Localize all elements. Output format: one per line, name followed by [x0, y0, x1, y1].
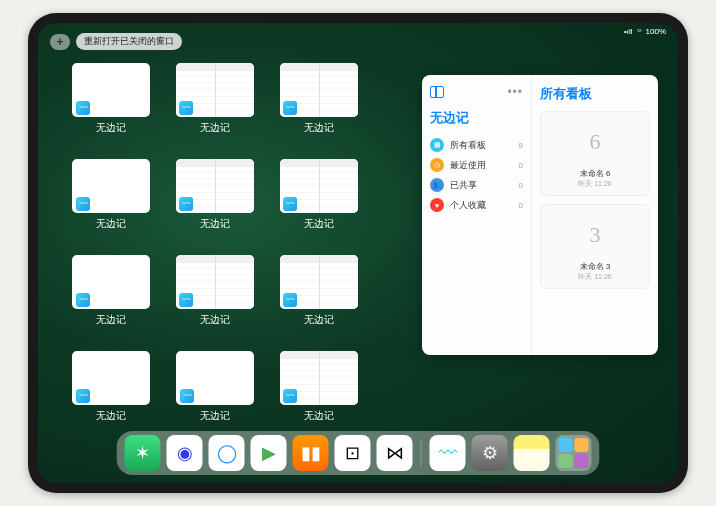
add-window-button[interactable]: + — [50, 34, 70, 50]
dock-app-settings[interactable]: ⚙ — [472, 435, 508, 471]
thumbnail-preview — [176, 255, 254, 309]
dock: ✶◉◯▶▮▮⊡⋈〰⚙ — [117, 431, 600, 475]
freeform-app-icon — [76, 293, 90, 307]
window-thumbnail[interactable]: 无边记 — [64, 159, 158, 231]
thumbnail-preview — [280, 255, 358, 309]
freeform-app-icon — [179, 101, 193, 115]
panel-right: 所有看板 6未命名 6昨天 11:263未命名 3昨天 11:26 — [532, 75, 658, 355]
freeform-app-icon — [76, 197, 90, 211]
window-thumbnail[interactable]: 无边记 — [272, 159, 366, 231]
sidebar-item-count: 0 — [519, 181, 523, 190]
board-name: 未命名 3 — [547, 261, 643, 272]
freeform-app-icon — [76, 101, 90, 115]
window-thumbnail[interactable]: 无边记 — [272, 351, 366, 423]
reopen-closed-window-button[interactable]: 重新打开已关闭的窗口 — [76, 33, 182, 50]
dock-app-connect[interactable]: ⋈ — [377, 435, 413, 471]
heart-icon: ♥ — [430, 198, 444, 212]
sidebar-item-label: 已共享 — [450, 179, 477, 192]
grid-icon: ▦ — [430, 138, 444, 152]
window-thumbnail[interactable]: 无边记 — [168, 351, 262, 423]
window-thumbnail[interactable]: 无边记 — [168, 255, 262, 327]
dock-app-quark[interactable]: ◉ — [167, 435, 203, 471]
thumbnail-label: 无边记 — [96, 217, 126, 231]
board-date: 昨天 11:26 — [547, 272, 643, 282]
window-thumbnail[interactable]: 无边记 — [64, 63, 158, 135]
dock-app-notes[interactable] — [514, 435, 550, 471]
thumbnail-preview — [72, 255, 150, 309]
more-icon[interactable]: ••• — [507, 85, 523, 99]
thumbnail-preview — [176, 63, 254, 117]
sidebar-item-label: 所有看板 — [450, 139, 486, 152]
freeform-app-icon — [179, 197, 193, 211]
freeform-app-icon — [283, 197, 297, 211]
board-card[interactable]: 6未命名 6昨天 11:26 — [540, 111, 650, 196]
dock-app-play[interactable]: ▶ — [251, 435, 287, 471]
thumbnail-label: 无边记 — [304, 409, 334, 423]
sidebar-item-count: 0 — [519, 201, 523, 210]
dock-app-freeform[interactable]: 〰 — [430, 435, 466, 471]
window-thumbnail[interactable]: 无边记 — [168, 63, 262, 135]
freeform-app-icon — [283, 101, 297, 115]
freeform-panel[interactable]: ••• 无边记 ▦所有看板8◷最近使用0👥已共享0♥个人收藏0 所有看板 6未命… — [422, 75, 658, 355]
sidebar-item-grid[interactable]: ▦所有看板8 — [430, 135, 523, 155]
sidebar-item-heart[interactable]: ♥个人收藏0 — [430, 195, 523, 215]
freeform-app-icon — [283, 389, 297, 403]
thumbnail-label: 无边记 — [304, 313, 334, 327]
freeform-app-icon — [179, 293, 193, 307]
thumbnail-preview — [280, 351, 358, 405]
board-preview: 6 — [547, 118, 643, 166]
thumbnail-preview — [176, 159, 254, 213]
thumbnail-label: 无边记 — [200, 409, 230, 423]
windows-grid: 无边记无边记无边记无边记无边记无边记无边记无边记无边记无边记无边记无边记 — [64, 63, 366, 423]
dock-app-wechat[interactable]: ✶ — [125, 435, 161, 471]
dock-separator — [421, 439, 422, 467]
sidebar-toggle-icon[interactable] — [430, 86, 444, 98]
panel-left-title: 无边记 — [430, 109, 523, 127]
window-thumbnail[interactable]: 无边记 — [272, 63, 366, 135]
thumbnail-preview — [280, 159, 358, 213]
sidebar-item-count: 8 — [519, 141, 523, 150]
wifi-icon: ⌔ — [637, 27, 642, 36]
thumbnail-label: 无边记 — [200, 217, 230, 231]
window-thumbnail[interactable]: 无边记 — [64, 255, 158, 327]
panel-left: ••• 无边记 ▦所有看板8◷最近使用0👥已共享0♥个人收藏0 — [422, 75, 532, 355]
sidebar-item-people[interactable]: 👥已共享0 — [430, 175, 523, 195]
top-controls: + 重新打开已关闭的窗口 — [50, 33, 182, 50]
thumbnail-label: 无边记 — [200, 121, 230, 135]
thumbnail-label: 无边记 — [304, 121, 334, 135]
window-thumbnail[interactable]: 无边记 — [168, 159, 262, 231]
sidebar-item-label: 个人收藏 — [450, 199, 486, 212]
window-thumbnail[interactable]: 无边记 — [64, 351, 158, 423]
freeform-app-icon — [180, 389, 194, 403]
window-thumbnail[interactable]: 无边记 — [272, 255, 366, 327]
dock-app-books[interactable]: ▮▮ — [293, 435, 329, 471]
thumbnail-label: 无边记 — [96, 409, 126, 423]
dock-app-dice[interactable]: ⊡ — [335, 435, 371, 471]
ipad-screen: •ıll ⌔ 100% + 重新打开已关闭的窗口 无边记无边记无边记无边记无边记… — [38, 23, 678, 483]
battery-label: 100% — [646, 27, 666, 36]
ipad-frame: •ıll ⌔ 100% + 重新打开已关闭的窗口 无边记无边记无边记无边记无边记… — [28, 13, 688, 493]
board-date: 昨天 11:26 — [547, 179, 643, 189]
freeform-app-icon — [283, 293, 297, 307]
thumbnail-preview — [72, 63, 150, 117]
thumbnail-label: 无边记 — [200, 313, 230, 327]
sidebar-item-label: 最近使用 — [450, 159, 486, 172]
dock-app-qqbrowser[interactable]: ◯ — [209, 435, 245, 471]
thumbnail-label: 无边记 — [304, 217, 334, 231]
sidebar-item-count: 0 — [519, 161, 523, 170]
freeform-app-icon — [76, 389, 90, 403]
sidebar-item-clock[interactable]: ◷最近使用0 — [430, 155, 523, 175]
clock-icon: ◷ — [430, 158, 444, 172]
thumbnail-label: 无边记 — [96, 313, 126, 327]
board-card[interactable]: 3未命名 3昨天 11:26 — [540, 204, 650, 289]
thumbnail-preview — [72, 159, 150, 213]
board-preview: 3 — [547, 211, 643, 259]
thumbnail-preview — [280, 63, 358, 117]
board-name: 未命名 6 — [547, 168, 643, 179]
people-icon: 👥 — [430, 178, 444, 192]
panel-header-row: ••• — [430, 85, 523, 99]
thumbnail-preview — [176, 351, 254, 405]
dock-app-library[interactable] — [556, 435, 592, 471]
thumbnail-preview — [72, 351, 150, 405]
status-bar: •ıll ⌔ 100% — [624, 27, 666, 36]
